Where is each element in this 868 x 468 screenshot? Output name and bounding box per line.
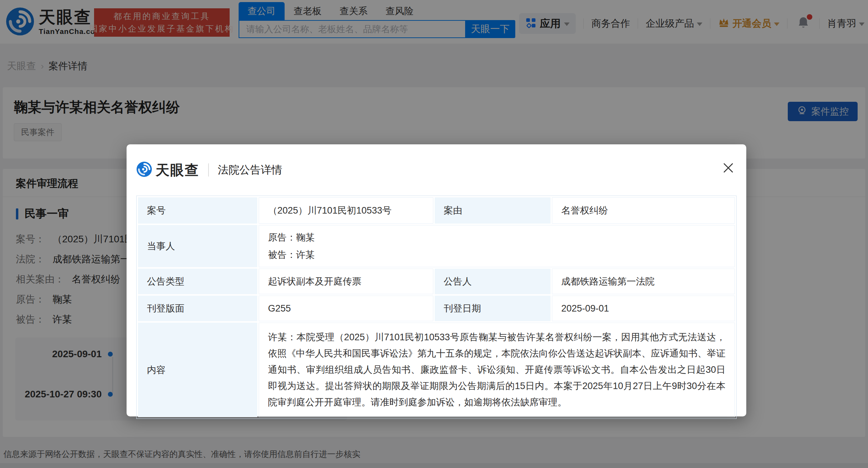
row-value: 名誉权纠纷 [552,197,735,224]
row-value: 原告：鞠某 被告：许某 [259,225,735,267]
row-value: 成都铁路运输第一法院 [552,269,735,294]
row-label: 刊登版面 [138,296,257,321]
divider [208,163,209,177]
row-label: 公告类型 [138,269,257,294]
table-row: 当事人 原告：鞠某 被告：许某 [138,225,735,267]
row-label: 当事人 [138,225,257,267]
close-icon[interactable] [721,161,735,175]
party-plaintiff: 原告：鞠某 [268,229,726,246]
party-defendant: 被告：许某 [268,246,726,263]
court-announcement-modal: 天眼查 法院公告详情 案号 （2025）川7101民初10533号 案由 名誉权… [127,144,746,416]
table-row: 内容 许某：本院受理（2025）川7101民初10533号原告鞠某与被告许某名誉… [138,323,735,417]
row-label: 案由 [435,197,551,224]
table-row: 案号 （2025）川7101民初10533号 案由 名誉权纠纷 [138,197,735,224]
row-value: 起诉状副本及开庭传票 [259,269,433,294]
table-row: 公告类型 起诉状副本及开庭传票 公告人 成都铁路运输第一法院 [138,269,735,294]
modal-title: 法院公告详情 [218,163,282,177]
row-value: G255 [259,296,433,321]
row-value: （2025）川7101民初10533号 [259,197,433,224]
modal-header: 天眼查 法院公告详情 [136,144,282,196]
announcement-content: 许某：本院受理（2025）川7101民初10533号原告鞠某与被告许某名誉权纠纷… [268,326,726,413]
announcement-table: 案号 （2025）川7101民初10533号 案由 名誉权纠纷 当事人 原告：鞠… [136,196,737,419]
row-label: 内容 [138,323,257,417]
tianyancha-logo-icon [136,161,152,179]
table-row: 刊登版面 G255 刊登日期 2025-09-01 [138,296,735,321]
row-value: 许某：本院受理（2025）川7101民初10533号原告鞠某与被告许某名誉权纠纷… [259,323,735,417]
row-label: 案号 [138,197,257,224]
brand-name: 天眼查 [156,161,199,180]
row-value: 2025-09-01 [552,296,735,321]
row-label: 公告人 [435,269,551,294]
row-label: 刊登日期 [435,296,551,321]
